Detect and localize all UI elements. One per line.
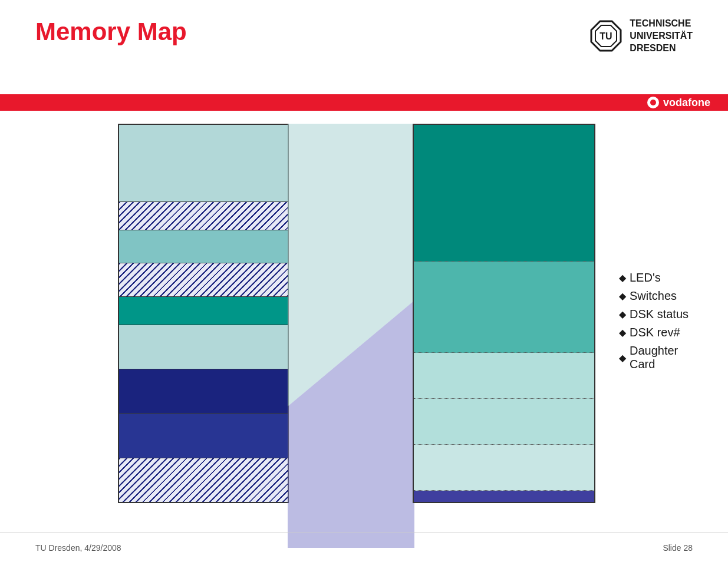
- right-block-0: [414, 125, 594, 262]
- logo-area: TU TECHNISCHE UNIVERSITÄT DRESDEN: [588, 18, 693, 58]
- header: Memory Map TU TECHNISCHE UNIVERSITÄT DRE…: [35, 18, 693, 58]
- left-block-4: [119, 297, 288, 325]
- right-block-5: [414, 491, 594, 502]
- left-block-7: [119, 414, 288, 458]
- footer-right: Slide 28: [663, 543, 693, 553]
- right-block-1: [414, 262, 594, 353]
- right-block-2: [414, 353, 594, 399]
- footer-left: TU Dresden, 4/29/2008: [35, 543, 121, 553]
- legend: ◆ LED's ◆ Switches ◆ DSK status ◆ DSK re…: [619, 271, 693, 376]
- vodafone-icon: [647, 96, 660, 109]
- bullet-2: ◆: [619, 309, 626, 320]
- page-title: Memory Map: [35, 18, 187, 46]
- bullet-1: ◆: [619, 290, 626, 302]
- connector-svg: [288, 124, 414, 548]
- footer: TU Dresden, 4/29/2008 Slide 28: [0, 533, 728, 562]
- svg-point-4: [650, 100, 656, 105]
- left-block-6: [119, 369, 288, 414]
- bullet-3: ◆: [619, 327, 626, 338]
- left-block-1: [119, 202, 288, 230]
- svg-marker-5: [288, 124, 414, 406]
- legend-item-0: ◆ LED's: [619, 271, 693, 285]
- legend-item-1: ◆ Switches: [619, 289, 693, 303]
- right-column: [413, 124, 595, 503]
- vodafone-label: vodafone: [647, 96, 710, 109]
- diagram-area: ◆ LED's ◆ Switches ◆ DSK status ◆ DSK re…: [35, 118, 693, 515]
- bullet-0: ◆: [619, 272, 626, 283]
- tud-logo-text: TECHNISCHE UNIVERSITÄT DRESDEN: [630, 18, 693, 54]
- left-block-3: [119, 263, 288, 297]
- left-block-5: [119, 325, 288, 369]
- left-block-8: [119, 458, 288, 502]
- legend-item-3: ◆ DSK rev#: [619, 326, 693, 339]
- tud-logo-icon: TU: [588, 18, 624, 54]
- bullet-4: ◆: [619, 352, 626, 363]
- legend-item-4: ◆ Daughter Card: [619, 344, 693, 371]
- svg-marker-6: [288, 300, 414, 548]
- left-block-0: [119, 125, 288, 202]
- svg-text:TU: TU: [600, 31, 612, 41]
- legend-item-2: ◆ DSK status: [619, 308, 693, 321]
- tud-logo: TU TECHNISCHE UNIVERSITÄT DRESDEN: [588, 18, 693, 54]
- right-block-3: [414, 399, 594, 445]
- red-stripe: vodafone: [0, 94, 728, 111]
- left-column: [118, 124, 289, 503]
- left-block-2: [119, 230, 288, 264]
- right-block-4: [414, 445, 594, 491]
